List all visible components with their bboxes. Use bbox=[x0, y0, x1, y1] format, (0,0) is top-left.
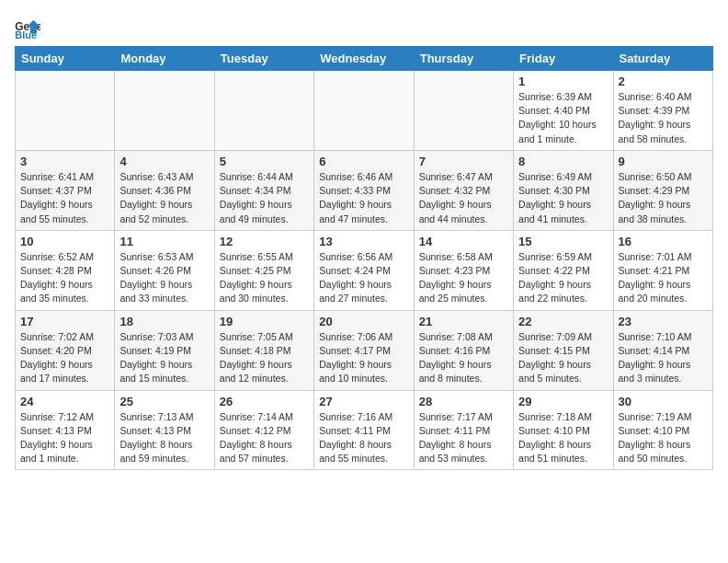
day-info: Sunrise: 6:50 AM Sunset: 4:29 PM Dayligh… bbox=[619, 170, 708, 226]
calendar-cell: 8Sunrise: 6:49 AM Sunset: 4:30 PM Daylig… bbox=[514, 150, 613, 230]
day-info: Sunrise: 6:56 AM Sunset: 4:24 PM Dayligh… bbox=[319, 250, 408, 306]
day-info: Sunrise: 6:46 AM Sunset: 4:33 PM Dayligh… bbox=[319, 170, 408, 226]
weekday-header-tuesday: Tuesday bbox=[214, 47, 313, 71]
day-number: 10 bbox=[20, 235, 109, 248]
calendar-cell: 17Sunrise: 7:02 AM Sunset: 4:20 PM Dayli… bbox=[16, 310, 115, 390]
calendar-cell: 21Sunrise: 7:08 AM Sunset: 4:16 PM Dayli… bbox=[414, 310, 513, 390]
page-header: General Blue bbox=[15, 15, 713, 39]
calendar-cell: 5Sunrise: 6:44 AM Sunset: 4:34 PM Daylig… bbox=[214, 150, 313, 230]
calendar-cell: 11Sunrise: 6:53 AM Sunset: 4:26 PM Dayli… bbox=[115, 230, 214, 310]
calendar-cell: 28Sunrise: 7:17 AM Sunset: 4:11 PM Dayli… bbox=[414, 390, 513, 470]
day-number: 3 bbox=[20, 155, 109, 168]
calendar-week-2: 3Sunrise: 6:41 AM Sunset: 4:37 PM Daylig… bbox=[16, 150, 713, 230]
day-info: Sunrise: 7:18 AM Sunset: 4:10 PM Dayligh… bbox=[518, 410, 608, 466]
calendar-cell: 23Sunrise: 7:10 AM Sunset: 4:14 PM Dayli… bbox=[613, 310, 712, 390]
day-number: 30 bbox=[619, 395, 708, 408]
day-number: 11 bbox=[119, 235, 209, 248]
calendar-cell: 4Sunrise: 6:43 AM Sunset: 4:36 PM Daylig… bbox=[115, 150, 214, 230]
day-info: Sunrise: 6:41 AM Sunset: 4:37 PM Dayligh… bbox=[20, 170, 109, 226]
calendar-cell bbox=[16, 71, 115, 151]
day-number: 13 bbox=[319, 235, 408, 248]
calendar-week-5: 24Sunrise: 7:12 AM Sunset: 4:13 PM Dayli… bbox=[16, 390, 713, 470]
day-info: Sunrise: 7:16 AM Sunset: 4:11 PM Dayligh… bbox=[319, 410, 408, 466]
calendar-table: SundayMondayTuesdayWednesdayThursdayFrid… bbox=[15, 46, 713, 470]
day-info: Sunrise: 7:19 AM Sunset: 4:10 PM Dayligh… bbox=[619, 410, 708, 466]
day-number: 4 bbox=[119, 155, 209, 168]
day-number: 26 bbox=[220, 395, 309, 408]
day-number: 7 bbox=[419, 155, 508, 168]
day-info: Sunrise: 7:03 AM Sunset: 4:19 PM Dayligh… bbox=[119, 330, 209, 386]
calendar-cell: 9Sunrise: 6:50 AM Sunset: 4:29 PM Daylig… bbox=[613, 150, 712, 230]
day-number: 15 bbox=[518, 235, 608, 248]
logo: General Blue bbox=[15, 18, 42, 39]
day-info: Sunrise: 7:06 AM Sunset: 4:17 PM Dayligh… bbox=[319, 330, 408, 386]
calendar-cell bbox=[214, 71, 313, 151]
calendar-cell: 19Sunrise: 7:05 AM Sunset: 4:18 PM Dayli… bbox=[214, 310, 313, 390]
day-info: Sunrise: 7:01 AM Sunset: 4:21 PM Dayligh… bbox=[619, 250, 708, 306]
calendar-cell: 1Sunrise: 6:39 AM Sunset: 4:40 PM Daylig… bbox=[514, 71, 613, 151]
calendar-cell bbox=[115, 71, 214, 151]
day-number: 29 bbox=[518, 395, 608, 408]
day-number: 24 bbox=[20, 395, 109, 408]
day-number: 19 bbox=[220, 315, 309, 328]
calendar-cell: 7Sunrise: 6:47 AM Sunset: 4:32 PM Daylig… bbox=[414, 150, 513, 230]
calendar-week-4: 17Sunrise: 7:02 AM Sunset: 4:20 PM Dayli… bbox=[16, 310, 713, 390]
day-number: 12 bbox=[220, 235, 309, 248]
calendar-cell: 14Sunrise: 6:58 AM Sunset: 4:23 PM Dayli… bbox=[414, 230, 513, 310]
day-info: Sunrise: 7:05 AM Sunset: 4:18 PM Dayligh… bbox=[220, 330, 309, 386]
day-info: Sunrise: 7:13 AM Sunset: 4:13 PM Dayligh… bbox=[119, 410, 209, 466]
day-info: Sunrise: 7:14 AM Sunset: 4:12 PM Dayligh… bbox=[220, 410, 309, 466]
weekday-header-wednesday: Wednesday bbox=[314, 47, 414, 71]
calendar-cell: 6Sunrise: 6:46 AM Sunset: 4:33 PM Daylig… bbox=[314, 150, 414, 230]
day-number: 14 bbox=[419, 235, 508, 248]
calendar-cell: 29Sunrise: 7:18 AM Sunset: 4:10 PM Dayli… bbox=[514, 390, 613, 470]
day-number: 22 bbox=[518, 315, 608, 328]
calendar-cell: 3Sunrise: 6:41 AM Sunset: 4:37 PM Daylig… bbox=[16, 150, 115, 230]
weekday-header-thursday: Thursday bbox=[414, 47, 513, 71]
day-number: 27 bbox=[319, 395, 408, 408]
calendar-week-1: 1Sunrise: 6:39 AM Sunset: 4:40 PM Daylig… bbox=[16, 71, 713, 151]
calendar-cell: 30Sunrise: 7:19 AM Sunset: 4:10 PM Dayli… bbox=[613, 390, 712, 470]
day-number: 21 bbox=[419, 315, 508, 328]
weekday-header-sunday: Sunday bbox=[16, 47, 115, 71]
day-info: Sunrise: 6:53 AM Sunset: 4:26 PM Dayligh… bbox=[119, 250, 209, 306]
day-number: 2 bbox=[619, 75, 708, 88]
day-info: Sunrise: 7:12 AM Sunset: 4:13 PM Dayligh… bbox=[20, 410, 109, 466]
day-number: 5 bbox=[220, 155, 309, 168]
calendar-cell: 26Sunrise: 7:14 AM Sunset: 4:12 PM Dayli… bbox=[214, 390, 313, 470]
day-info: Sunrise: 7:17 AM Sunset: 4:11 PM Dayligh… bbox=[419, 410, 508, 466]
day-number: 8 bbox=[518, 155, 608, 168]
day-info: Sunrise: 6:39 AM Sunset: 4:40 PM Dayligh… bbox=[518, 90, 608, 146]
calendar-header-row: SundayMondayTuesdayWednesdayThursdayFrid… bbox=[16, 47, 713, 71]
calendar-cell: 24Sunrise: 7:12 AM Sunset: 4:13 PM Dayli… bbox=[16, 390, 115, 470]
calendar-cell: 16Sunrise: 7:01 AM Sunset: 4:21 PM Dayli… bbox=[613, 230, 712, 310]
day-number: 20 bbox=[319, 315, 408, 328]
day-info: Sunrise: 6:49 AM Sunset: 4:30 PM Dayligh… bbox=[518, 170, 608, 226]
logo-icon: General Blue bbox=[15, 18, 40, 39]
calendar-cell: 18Sunrise: 7:03 AM Sunset: 4:19 PM Dayli… bbox=[115, 310, 214, 390]
weekday-header-saturday: Saturday bbox=[613, 47, 712, 71]
day-info: Sunrise: 7:08 AM Sunset: 4:16 PM Dayligh… bbox=[419, 330, 508, 386]
day-number: 6 bbox=[319, 155, 408, 168]
day-info: Sunrise: 6:43 AM Sunset: 4:36 PM Dayligh… bbox=[119, 170, 209, 226]
day-number: 23 bbox=[619, 315, 708, 328]
day-number: 9 bbox=[619, 155, 708, 168]
day-info: Sunrise: 7:10 AM Sunset: 4:14 PM Dayligh… bbox=[619, 330, 708, 386]
calendar-cell: 20Sunrise: 7:06 AM Sunset: 4:17 PM Dayli… bbox=[314, 310, 414, 390]
calendar-cell: 22Sunrise: 7:09 AM Sunset: 4:15 PM Dayli… bbox=[514, 310, 613, 390]
day-info: Sunrise: 6:52 AM Sunset: 4:28 PM Dayligh… bbox=[20, 250, 109, 306]
calendar-cell: 12Sunrise: 6:55 AM Sunset: 4:25 PM Dayli… bbox=[214, 230, 313, 310]
calendar-cell: 2Sunrise: 6:40 AM Sunset: 4:39 PM Daylig… bbox=[613, 71, 712, 151]
calendar-cell: 27Sunrise: 7:16 AM Sunset: 4:11 PM Dayli… bbox=[314, 390, 414, 470]
calendar-cell bbox=[314, 71, 414, 151]
day-number: 18 bbox=[119, 315, 209, 328]
day-number: 16 bbox=[619, 235, 708, 248]
day-info: Sunrise: 6:40 AM Sunset: 4:39 PM Dayligh… bbox=[619, 90, 708, 146]
day-number: 1 bbox=[518, 75, 608, 88]
day-number: 25 bbox=[119, 395, 209, 408]
day-number: 28 bbox=[419, 395, 508, 408]
day-info: Sunrise: 7:02 AM Sunset: 4:20 PM Dayligh… bbox=[20, 330, 109, 386]
weekday-header-friday: Friday bbox=[514, 47, 613, 71]
day-number: 17 bbox=[20, 315, 109, 328]
day-info: Sunrise: 6:58 AM Sunset: 4:23 PM Dayligh… bbox=[419, 250, 508, 306]
